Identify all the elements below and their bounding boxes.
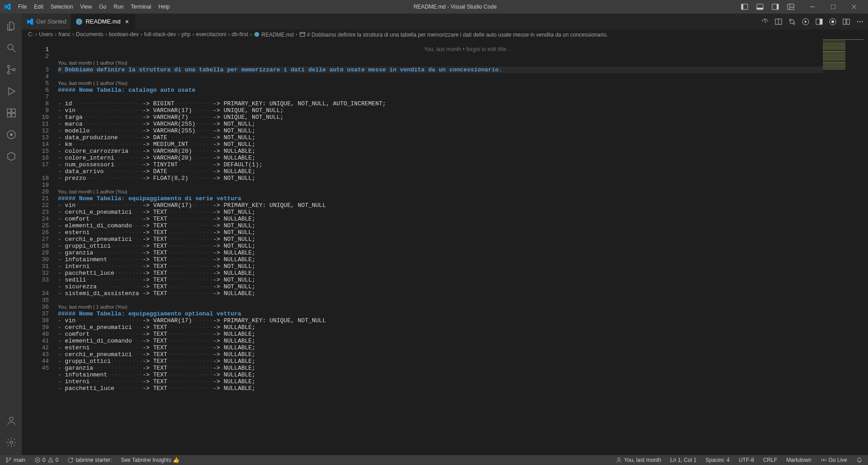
activity-extensions[interactable] <box>0 102 22 124</box>
breadcrumb-item[interactable]: Documents <box>76 31 104 38</box>
code-line[interactable] <box>58 94 823 100</box>
code-content[interactable]: You, last month • forgot to edit title …… <box>58 39 823 455</box>
menu-run[interactable]: Run <box>110 4 127 10</box>
status-tabnine-starter[interactable]: tabnine starter: <box>66 457 113 463</box>
breadcrumb-item[interactable]: README.md <box>254 31 294 38</box>
run-icon[interactable] <box>801 17 810 26</box>
code-line[interactable]: - colore_interni········-> VARCHAR(20)··… <box>58 155 823 161</box>
codelens[interactable]: You, last month | 1 author (You) <box>58 60 823 66</box>
more-actions-icon[interactable] <box>855 17 864 26</box>
code-line[interactable]: - modello···············-> VARCHAR(255)·… <box>58 127 823 134</box>
editor-body[interactable]: 1234567891011121314151617181920212223242… <box>22 39 868 455</box>
breadcrumb-item[interactable]: php <box>181 31 190 38</box>
code-line[interactable]: - colore_carrozzeria····-> VARCHAR(20)··… <box>58 148 823 155</box>
codelens[interactable]: You, last month | 1 author (You) <box>58 304 823 310</box>
code-line[interactable]: - vin···················-> VARCHAR(17)··… <box>58 107 823 114</box>
code-line[interactable]: - prezzo················-> FLOAT(8,2)···… <box>58 175 823 182</box>
code-line[interactable]: ##### Nome Tabella: catalogo auto usate <box>58 87 823 94</box>
code-line[interactable] <box>58 182 823 188</box>
code-line[interactable]: - comfort···············-> TEXT·········… <box>58 216 823 222</box>
tab-get-started[interactable]: Get Started <box>22 14 71 29</box>
activity-run-debug[interactable] <box>0 80 22 102</box>
breadcrumb-item[interactable]: Users <box>39 31 53 38</box>
menu-view[interactable]: View <box>76 4 95 10</box>
status-cursor[interactable]: Ln 1, Col 1 <box>669 457 698 463</box>
code-line[interactable]: ##### Nome Tabella: equipaggiamento di s… <box>58 195 823 202</box>
code-line[interactable]: - infotainment··········-> TEXT·········… <box>58 371 823 378</box>
tab-readme-md[interactable]: iREADME.md× <box>71 14 135 29</box>
code-line[interactable]: - interni···············-> TEXT·········… <box>58 263 823 270</box>
menu-terminal[interactable]: Terminal <box>127 4 155 10</box>
status-golive[interactable]: Go Live <box>819 457 849 463</box>
code-line[interactable]: - pacchetti_luce········-> TEXT·········… <box>58 385 823 392</box>
code-line[interactable] <box>58 73 823 80</box>
status-eol[interactable]: CRLF <box>761 457 779 463</box>
code-line[interactable]: - cerchi_e_pneumatici···-> TEXT·········… <box>58 351 823 358</box>
code-line[interactable]: - esterni···············-> TEXT·········… <box>58 229 823 236</box>
close-button[interactable] <box>844 0 864 14</box>
breadcrumbs[interactable]: C:›Users›franc›Documents›boolean-dev›ful… <box>22 29 868 39</box>
code-line[interactable]: - infotainment··········-> TEXT·········… <box>58 256 823 263</box>
codelens[interactable]: You, last month | 1 author (You) <box>58 188 823 195</box>
activity-gitlens[interactable] <box>0 124 22 146</box>
code-line[interactable]: - cerchi_e_pneumatici···-> TEXT·········… <box>58 236 823 243</box>
status-language[interactable]: Markdown <box>784 457 813 463</box>
activity-accounts[interactable] <box>0 410 22 432</box>
code-line[interactable]: ##### Nome Tabella: equipaggiamento opti… <box>58 310 823 317</box>
split-right-icon[interactable] <box>815 17 824 26</box>
code-line[interactable]: - sistemi_di_assistenza·-> TEXT·········… <box>58 290 823 297</box>
breadcrumb-item[interactable]: boolean-dev <box>109 31 139 38</box>
menu-edit[interactable]: Edit <box>30 4 47 10</box>
code-line[interactable]: - sicurezza·············-> TEXT·········… <box>58 283 823 290</box>
menu-selection[interactable]: Selection <box>47 4 76 10</box>
code-line[interactable]: - km····················-> MEDIUM_INT···… <box>58 141 823 148</box>
status-branch[interactable]: main <box>4 457 27 463</box>
code-line[interactable]: - cerchi_e_pneumatici···-> TEXT·········… <box>58 209 823 216</box>
code-line[interactable]: - gruppi_ottici·········-> TEXT·········… <box>58 243 823 249</box>
status-notifications[interactable] <box>854 457 864 463</box>
status-problems[interactable]: 0 0 <box>33 457 60 463</box>
tabnine-icon[interactable] <box>828 17 837 26</box>
breadcrumb-item[interactable]: # Dobbiamo definire la struttura di una … <box>299 31 608 38</box>
git-compare-icon[interactable] <box>788 17 797 26</box>
minimize-button[interactable] <box>802 0 823 14</box>
status-blame[interactable]: You, last month <box>614 457 663 463</box>
code-line[interactable]: - esterni···············-> TEXT·········… <box>58 344 823 351</box>
codelens[interactable]: You, last month | 1 author (You) <box>58 80 823 87</box>
code-line[interactable]: - data_arrivo···········-> DATE·········… <box>58 168 823 175</box>
breadcrumb-item[interactable]: franc <box>58 31 71 38</box>
code-line[interactable]: - data_produzione·······-> DATE·········… <box>58 134 823 141</box>
code-line[interactable]: - sedili················-> TEXT·········… <box>58 277 823 283</box>
status-encoding[interactable]: UTF-8 <box>737 457 756 463</box>
code-line[interactable]: - targa·················-> VARCHAR(7)···… <box>58 114 823 121</box>
breadcrumb-item[interactable]: db-first <box>231 31 248 38</box>
layout-customize-icon[interactable] <box>783 0 798 14</box>
status-tabnine-insights[interactable]: See Tabnine Insights 👍 <box>119 457 181 463</box>
code-line[interactable]: # Dobbiamo definire la struttura di una … <box>58 66 823 73</box>
split-editor-icon[interactable] <box>842 17 851 26</box>
code-line[interactable]: - comfort···············-> TEXT·········… <box>58 331 823 338</box>
code-line[interactable]: - pacchetti_luce········-> TEXT·········… <box>58 270 823 277</box>
activity-search[interactable] <box>0 37 22 59</box>
activity-explorer[interactable] <box>0 15 22 37</box>
code-line[interactable]: - vin···················-> VARCHAR(17)··… <box>58 317 823 324</box>
code-line[interactable]: - elementi_di_comando···-> TEXT·········… <box>58 338 823 344</box>
code-line[interactable]: - marca·················-> VARCHAR(255)·… <box>58 121 823 127</box>
gitlens-toggle-icon[interactable] <box>760 17 769 26</box>
code-line[interactable]: - vin···················-> VARCHAR(17)··… <box>58 202 823 209</box>
menu-help[interactable]: Help <box>155 4 174 10</box>
code-line[interactable]: - elementi_di_comando···-> TEXT·········… <box>58 222 823 229</box>
code-line[interactable]: - cerchi_e_pneumatici···-> TEXT·········… <box>58 324 823 331</box>
breadcrumb-item[interactable]: C: <box>28 31 33 38</box>
activity-docker[interactable] <box>0 146 22 167</box>
layout-panel-icon[interactable] <box>752 0 768 14</box>
close-icon[interactable]: × <box>123 18 131 25</box>
activity-source-control[interactable] <box>0 59 22 80</box>
activity-settings[interactable] <box>0 432 22 453</box>
open-preview-side-icon[interactable] <box>774 17 783 26</box>
menu-file[interactable]: File <box>14 4 30 10</box>
code-line[interactable] <box>58 297 823 304</box>
code-line[interactable]: - num_possessori········-> TINYINT······… <box>58 161 823 168</box>
code-line[interactable]: - garanzia··············-> TEXT·········… <box>58 365 823 371</box>
code-line[interactable]: - garanzia··············-> TEXT·········… <box>58 249 823 256</box>
